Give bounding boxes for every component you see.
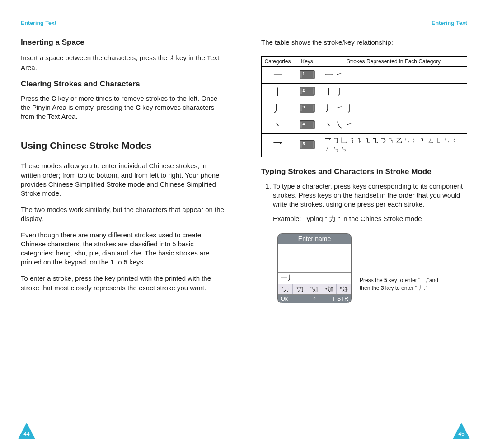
callout-line-icon: [351, 284, 360, 284]
keypad-key-icon: 3: [300, 104, 315, 113]
step-text: To type a character, press keys correspo…: [273, 182, 463, 208]
cat-glyph: 丨: [262, 84, 294, 100]
strokes-cell: 乛 ㇆ 乚 ㇌ ㇊ ㇅ ㇈ ㇋ ㇎ 乙 ㄣ 〉 ㇍ ㄥ ㇄ ㄣ ㄑ ㄥ ㄣ ㄣ: [320, 134, 467, 157]
keypad-key-icon: 1: [300, 70, 315, 79]
keypad-key-icon: 4: [300, 120, 315, 129]
text: key to enter " 丿.": [384, 285, 427, 291]
strokes-cell: 丨 亅: [320, 84, 467, 100]
strokes-cell: 丿 ㇀ 亅: [320, 100, 467, 117]
para-insert-space: Insert a space between the characters, p…: [21, 52, 227, 72]
col-keys: Keys: [294, 57, 320, 67]
key-cell: 1: [294, 67, 320, 84]
text: Insert a space between the characters, p…: [21, 54, 169, 61]
running-head-right: Entering Text: [261, 20, 467, 26]
key-5: 5: [124, 258, 127, 266]
page-spread: Entering Text Inserting a Space Insert a…: [0, 0, 488, 448]
phone-stroke-line: 一丿: [278, 273, 351, 284]
bold-c-1: C: [52, 94, 56, 102]
table-header-row: Categories Keys Strokes Represented in E…: [262, 57, 467, 67]
section-rule: [21, 154, 227, 154]
candidate: ⁹如: [307, 284, 322, 294]
table-row: 乛 5 乛 ㇆ 乚 ㇌ ㇊ ㇅ ㇈ ㇋ ㇎ 乙 ㄣ 〉 ㇍ ㄥ ㇄ ㄣ ㄑ ㄥ …: [262, 134, 467, 157]
cat-glyph: 一: [262, 67, 294, 84]
para-table-intro: The table shows the stroke/key relations…: [261, 38, 467, 47]
cat-glyph: 丿: [262, 100, 294, 117]
strokes-cell: 一 ㇀: [320, 67, 467, 84]
example-char: 力: [329, 215, 336, 222]
col-strokes: Strokes Represented in Each Category: [320, 57, 467, 67]
text-cursor-icon: [280, 245, 280, 252]
text: keys.: [127, 258, 145, 266]
phone-softkey-bar: Ok 9 T STR: [278, 295, 351, 303]
para-two-modes: The two modes work similarly, but the ch…: [21, 205, 227, 223]
candidate: ⁸刀: [293, 284, 308, 294]
text: Press the: [360, 277, 384, 283]
candidate: ⁰好: [337, 284, 351, 294]
page-number-marker-left: 44: [18, 423, 35, 439]
candidate: *加: [322, 284, 337, 294]
cat-glyph: 丶: [262, 117, 294, 134]
heading-stroke-modes: Using Chinese Stroke Modes: [21, 140, 227, 151]
page-45: Entering Text The table shows the stroke…: [244, 0, 488, 448]
table-row: 丶 4 丶 ㇏ ㇀: [262, 117, 467, 134]
bold-c-2: C: [136, 104, 141, 111]
list-item: To type a character, press keys correspo…: [273, 182, 467, 223]
para-5-categories: Even though there are many different str…: [21, 231, 227, 267]
key-cell: 3: [294, 100, 320, 117]
text: Press the: [21, 94, 52, 102]
example-line: Example: Typing " 力 " in the Chines Stro…: [273, 214, 467, 223]
example-label: Example: [273, 215, 299, 222]
heading-inserting-space: Inserting a Space: [21, 38, 227, 47]
softkey-mode-indicator: 9: [309, 295, 320, 303]
key-1: 1: [110, 258, 114, 266]
page-number-45: 45: [453, 423, 470, 439]
running-head-left: Entering Text: [21, 20, 227, 26]
heading-clearing: Clearing Strokes and Characters: [21, 80, 227, 89]
phone-candidates-row: ⁷力 ⁸刀 ⁹如 *加 ⁰好: [278, 284, 351, 295]
phone-title-bar: Enter name: [278, 234, 351, 244]
para-enter-stroke: To enter a stroke, press the key printed…: [21, 274, 227, 292]
key-cell: 2: [294, 84, 320, 100]
phone-example-row: Enter name 一丿 ⁷力 ⁸刀 ⁹如 *加 ⁰好 Ok 9 T STR: [261, 233, 467, 303]
keypad-key-icon: 2: [300, 87, 315, 96]
phone-caption: Press the 5 key to enter "一,"and then th…: [360, 277, 450, 292]
key-cell: 5: [294, 134, 320, 157]
stroke-key-table: Categories Keys Strokes Represented in E…: [261, 56, 467, 157]
table-row: 丨 2 丨 亅: [262, 84, 467, 100]
keypad-key-icon: 5: [300, 140, 315, 149]
phone-screen-mock: Enter name 一丿 ⁷力 ⁸刀 ⁹如 *加 ⁰好 Ok 9 T STR: [277, 233, 352, 303]
page-number-44: 44: [18, 423, 35, 439]
softkey-left: Ok: [278, 295, 309, 303]
text: " in the Chines Stroke mode: [336, 215, 422, 222]
phone-text-area: [278, 244, 351, 273]
page-44: Entering Text Inserting a Space Insert a…: [0, 0, 244, 448]
key-5: 5: [384, 277, 387, 283]
hash-key-icon: ♯: [169, 54, 174, 63]
para-modes-intro: These modes allow you to enter individua…: [21, 161, 227, 198]
text: to: [114, 258, 124, 266]
cat-glyph: 乛: [262, 134, 294, 157]
steps-list: To type a character, press keys correspo…: [261, 182, 467, 230]
key-cell: 4: [294, 117, 320, 134]
page-number-marker-right: 45: [453, 423, 470, 439]
col-categories: Categories: [262, 57, 294, 67]
text: : Typing ": [299, 215, 329, 222]
softkey-right: T STR: [320, 295, 351, 303]
candidate: ⁷力: [278, 284, 293, 294]
table-row: 一 1 一 ㇀: [262, 67, 467, 84]
strokes-cell: 丶 ㇏ ㇀: [320, 117, 467, 134]
heading-typing-strokes: Typing Strokes and Characters in Stroke …: [261, 167, 467, 176]
table-row: 丿 3 丿 ㇀ 亅: [262, 100, 467, 117]
para-clearing: Press the C key or more times to remove …: [21, 94, 227, 121]
